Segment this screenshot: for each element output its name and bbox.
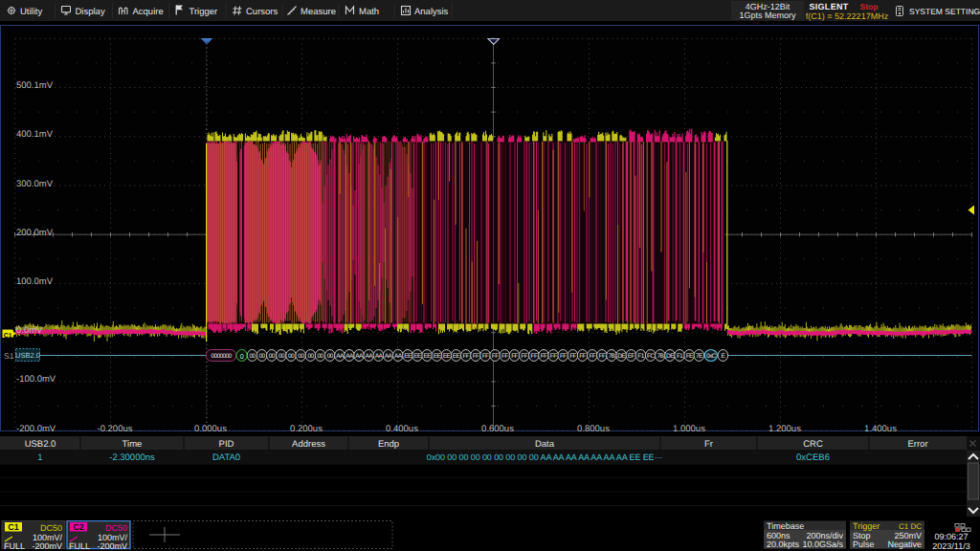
svg-text:Endp: Endp [378, 439, 399, 450]
svg-text:FF: FF [501, 353, 508, 360]
svg-text:7B: 7B [657, 353, 663, 360]
svg-text:Pulse: Pulse [853, 540, 875, 549]
svg-text:DE: DE [666, 353, 675, 360]
svg-text:EE: EE [434, 353, 442, 360]
svg-text:Fr: Fr [704, 439, 713, 450]
svg-text:7B: 7B [609, 353, 615, 360]
svg-text:200ns/div: 200ns/div [806, 531, 843, 540]
svg-text:1: 1 [37, 452, 42, 463]
svg-text:00: 00 [249, 353, 256, 360]
svg-text:AA: AA [336, 353, 345, 360]
svg-text:0: 0 [240, 354, 244, 361]
svg-text:AA: AA [394, 353, 403, 360]
svg-text:00: 00 [278, 353, 285, 360]
svg-text:09:06:27: 09:06:27 [934, 532, 968, 541]
svg-text:Address: Address [292, 439, 325, 450]
svg-text:FF: FF [521, 353, 527, 360]
svg-text:EE: EE [404, 353, 412, 360]
svg-text:100.0mV: 100.0mV [16, 276, 54, 287]
svg-text:EE: EE [453, 353, 461, 360]
svg-text:EE: EE [443, 353, 452, 360]
svg-text:AA: AA [366, 353, 374, 360]
svg-text:00: 00 [298, 353, 304, 360]
svg-text:1.000us: 1.000us [673, 424, 705, 434]
svg-text:Time: Time [122, 439, 143, 450]
svg-text:FF: FF [599, 353, 606, 360]
svg-text:2023/11/3: 2023/11/3 [932, 541, 969, 551]
svg-text:FF: FF [589, 353, 595, 360]
svg-text:FULL: FULL [4, 541, 25, 551]
svg-text:-100.0mV: -100.0mV [16, 374, 56, 385]
svg-text:FF: FF [531, 353, 538, 360]
svg-text:0.400us: 0.400us [386, 424, 418, 434]
svg-text:EF: EF [628, 353, 635, 360]
svg-text:0000000: 0000000 [211, 353, 232, 360]
svg-text:FF: FF [541, 353, 547, 360]
svg-text:00: 00 [288, 353, 295, 360]
svg-text:USB2.0: USB2.0 [25, 439, 56, 450]
svg-text:1.200us: 1.200us [768, 424, 801, 434]
svg-text:F1: F1 [637, 353, 644, 360]
svg-text:C2: C2 [73, 522, 84, 532]
svg-text:S1: S1 [4, 351, 14, 361]
svg-text:FF: FF [560, 353, 567, 360]
svg-text:AA: AA [385, 353, 393, 360]
svg-text:FF: FF [473, 353, 479, 360]
svg-text:AA: AA [375, 353, 384, 360]
svg-text:DATA0: DATA0 [212, 452, 240, 463]
svg-text:00: 00 [327, 353, 334, 360]
svg-text:Data: Data [535, 439, 555, 450]
svg-text:-0.200us: -0.200us [98, 424, 133, 434]
svg-text:-200.0mV: -200.0mV [16, 424, 56, 434]
svg-text:0xC: 0xC [706, 353, 717, 360]
svg-text:EE: EE [413, 353, 422, 360]
svg-text:C1 DC: C1 DC [899, 522, 922, 531]
svg-text:200.0mV: 200.0mV [16, 228, 54, 238]
svg-text:0x00 00 00 00 00 00 00 00 00 A: 0x00 00 00 00 00 00 00 00 00 AA AA AA AA… [427, 452, 662, 462]
svg-text:FF: FF [511, 353, 518, 360]
svg-text:Error: Error [907, 439, 927, 450]
svg-text:00: 00 [259, 353, 266, 360]
svg-text:Trigger: Trigger [853, 521, 880, 531]
svg-text:00: 00 [269, 353, 276, 360]
svg-text:C1: C1 [8, 522, 19, 532]
svg-text:C1: C1 [4, 333, 12, 340]
svg-text:FF: FF [462, 353, 469, 360]
svg-text:FF: FF [492, 353, 499, 360]
svg-text:USB2.0: USB2.0 [15, 351, 40, 360]
svg-text:0.000us: 0.000us [194, 424, 227, 434]
svg-text:0.800us: 0.800us [577, 424, 610, 434]
svg-text:10.0GSa/s: 10.0GSa/s [802, 540, 843, 549]
svg-text:AA: AA [345, 353, 354, 360]
svg-text:PID: PID [219, 439, 234, 450]
svg-text:-200mV: -200mV [32, 541, 62, 551]
svg-text:20.0kpts: 20.0kpts [767, 540, 800, 549]
svg-text:Stop: Stop [853, 531, 871, 540]
svg-text:FC: FC [647, 353, 655, 360]
svg-text:400.1mV: 400.1mV [16, 129, 54, 140]
svg-text:00: 00 [318, 353, 324, 360]
svg-text:0xCEB6: 0xCEB6 [796, 452, 830, 463]
svg-text:FF: FF [569, 353, 576, 360]
svg-text:EE: EE [423, 353, 432, 360]
svg-text:-200mV: -200mV [97, 541, 127, 551]
svg-text:300.0mV: 300.0mV [16, 179, 54, 189]
svg-text:DC50: DC50 [105, 523, 127, 533]
svg-text:00: 00 [307, 353, 314, 360]
svg-text:250mV: 250mV [894, 531, 922, 540]
svg-text:DC50: DC50 [40, 523, 62, 533]
svg-text:FF: FF [579, 353, 586, 360]
svg-text:-2.30000ns: -2.30000ns [109, 452, 155, 463]
svg-text:500.1mV: 500.1mV [16, 80, 54, 91]
svg-text:F1: F1 [677, 353, 683, 360]
svg-text:600ns: 600ns [767, 531, 791, 540]
svg-text:0.600us: 0.600us [481, 424, 514, 434]
svg-text:Negative: Negative [887, 540, 922, 549]
svg-text:0.200us: 0.200us [290, 424, 323, 434]
svg-text:FULL: FULL [69, 541, 90, 551]
svg-text:FF: FF [482, 353, 489, 360]
svg-text:AA: AA [355, 353, 364, 360]
svg-text:FE: FE [686, 353, 694, 360]
svg-text:CRC: CRC [803, 439, 823, 450]
svg-text:0.0mV: 0.0mV [16, 325, 43, 336]
